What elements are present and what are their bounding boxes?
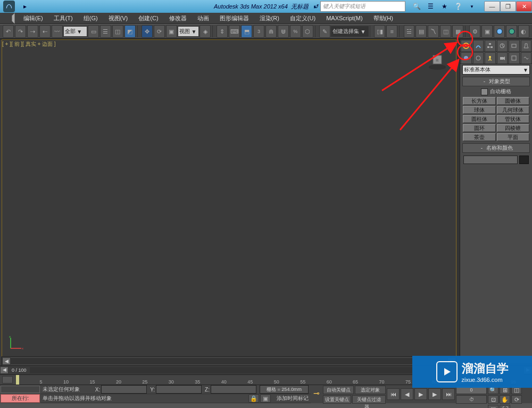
coord-z-input[interactable] — [211, 385, 256, 394]
create-pyramid-button[interactable]: 四棱锥 — [497, 124, 530, 132]
named-selection-dropdown[interactable]: 创建选择集 ▼ — [331, 26, 369, 37]
rotate-icon[interactable]: ⟳ — [154, 25, 165, 38]
sub-lights-icon[interactable] — [485, 52, 496, 64]
mirror-icon[interactable]: ▯▮ — [374, 25, 385, 38]
hscroll-track[interactable] — [11, 358, 447, 364]
menu-view[interactable]: 视图(V) — [103, 13, 134, 23]
create-tube-button[interactable]: 管状体 — [497, 115, 530, 123]
menu-maxscript[interactable]: MAXScript(M) — [321, 13, 368, 23]
sub-helpers-icon[interactable] — [509, 52, 520, 64]
maximize-button[interactable]: ❐ — [500, 1, 516, 12]
viewport-label[interactable]: [ + ][ 前 ][ 真实 + 边面 ] — [2, 40, 56, 48]
auto-key-button[interactable]: 自动关键点 — [323, 386, 354, 394]
goto-start-icon[interactable]: ⏮ — [387, 388, 400, 400]
tab-utilities-icon[interactable] — [521, 40, 532, 52]
create-box-button[interactable]: 长方体 — [463, 97, 496, 105]
qat-triangle-icon[interactable]: ▸ — [19, 1, 31, 12]
tab-hierarchy-icon[interactable] — [485, 40, 496, 52]
selection-filter-dropdown[interactable]: 全部 ▼ — [63, 26, 88, 37]
close-button[interactable]: ✕ — [516, 1, 532, 12]
menu-animation[interactable]: 动画 — [192, 13, 214, 23]
angle-snap-icon[interactable]: 3 — [253, 25, 264, 38]
object-name-input[interactable] — [463, 156, 518, 164]
render-iter-icon[interactable]: ◐ — [518, 25, 529, 38]
percent-icon[interactable]: % — [290, 25, 301, 38]
curve-editor-icon[interactable]: 〽 — [428, 25, 439, 38]
goto-end-icon[interactable]: ⏭ — [442, 388, 455, 400]
create-geosphere-button[interactable]: 几何球体 — [497, 106, 530, 114]
menu-create[interactable]: 创建(C) — [133, 13, 163, 23]
viewport-front[interactable] — [2, 39, 456, 365]
timeline-mode-icon[interactable] — [2, 376, 13, 383]
menu-group[interactable]: 组(G) — [78, 13, 103, 23]
timeline-cursor[interactable] — [16, 375, 19, 385]
viewcube-icon[interactable]: 前 — [427, 50, 448, 71]
object-color-swatch[interactable] — [519, 156, 529, 164]
timeslider-left-icon[interactable]: ◀ — [0, 366, 9, 374]
bind-space-icon[interactable]: 〰 — [52, 25, 63, 38]
create-teapot-button[interactable]: 茶壶 — [463, 133, 496, 141]
help-icon[interactable]: ❔ — [452, 1, 464, 12]
ref-coord-dropdown[interactable]: 视图 ▼ — [178, 26, 199, 37]
tab-create-icon[interactable] — [461, 40, 472, 52]
play-icon[interactable]: ▶ — [414, 388, 427, 400]
create-plane-button[interactable]: 平面 — [497, 133, 530, 141]
sub-geometry-icon[interactable] — [461, 52, 472, 64]
key-icon[interactable]: ⊸ — [312, 385, 321, 401]
menu-graph[interactable]: 图形编辑器 — [214, 13, 254, 23]
nav-pan-icon[interactable]: ✋ — [500, 395, 510, 404]
viewport-hscroll[interactable]: ◀ ▶ — [2, 356, 456, 366]
render-frame-icon[interactable]: ▣ — [481, 25, 493, 38]
minimize-button[interactable]: — — [484, 1, 500, 12]
help-search-input[interactable]: 键入关键字或短语 — [320, 1, 405, 12]
sub-cameras-icon[interactable] — [497, 52, 508, 64]
menu-tools[interactable]: 工具(T) — [48, 13, 78, 23]
undo-icon[interactable]: ↶ — [3, 25, 14, 38]
create-cone-button[interactable]: 圆锥体 — [497, 97, 530, 105]
sub-shapes-icon[interactable] — [473, 52, 484, 64]
set-key-button[interactable]: 设置关键点 — [323, 395, 351, 404]
selected-objects-button[interactable]: 选定对象 — [355, 386, 386, 394]
search-icon[interactable]: 🔍 — [410, 1, 423, 12]
category-dropdown[interactable]: 标准基本体▼ — [462, 65, 530, 75]
layers-icon[interactable]: ☱ — [404, 25, 415, 38]
pivot-icon[interactable]: ◈ — [200, 25, 211, 38]
nav-orbit-icon[interactable]: ⟳ — [511, 395, 522, 404]
percent-snap-icon[interactable]: ⋒ — [265, 25, 277, 38]
spinner-snap-icon[interactable]: ⋓ — [278, 25, 289, 38]
menu-edit[interactable]: 编辑(E) — [18, 13, 48, 23]
scale-icon[interactable]: ▣ — [166, 25, 177, 38]
select-region-icon[interactable]: ◫ — [112, 25, 123, 38]
menu-render[interactable]: 渲染(R) — [254, 13, 285, 23]
tab-motion-icon[interactable] — [497, 40, 508, 52]
render-prod-icon[interactable] — [506, 25, 517, 38]
comm-center-icon[interactable]: ☰ — [424, 1, 437, 12]
named-sel-icon[interactable]: ✎ — [319, 25, 330, 38]
align-icon[interactable]: ≡ — [386, 25, 397, 38]
rollout-name-color[interactable]: -名称和颜色 — [462, 143, 530, 153]
select-object-icon[interactable]: ▭ — [88, 25, 99, 38]
coord-y-input[interactable] — [156, 385, 202, 394]
favorites-icon[interactable]: ★ — [438, 1, 451, 12]
move-icon[interactable]: ✥ — [142, 25, 153, 38]
prev-frame-icon[interactable]: ◀ — [401, 388, 413, 400]
next-frame-icon[interactable]: ▶ — [428, 388, 441, 400]
schematic-icon[interactable]: ◫ — [440, 25, 451, 38]
menu-custom[interactable]: 自定义(U) — [285, 13, 321, 23]
script-mini-listener[interactable] — [1, 386, 40, 393]
unlink-icon[interactable]: ⇠ — [39, 25, 51, 38]
material-editor-icon[interactable]: ▦ — [452, 25, 463, 38]
add-time-tag-label[interactable]: 添加时间标记 — [277, 395, 309, 402]
time-config-icon[interactable]: ⏱ — [456, 395, 487, 404]
create-cylinder-button[interactable]: 圆柱体 — [463, 115, 496, 123]
window-crossing-icon[interactable]: ◩ — [124, 25, 136, 38]
snap-toggle-icon[interactable]: ⬒ — [241, 25, 252, 38]
redo-icon[interactable]: ↷ — [15, 25, 26, 38]
key-filters-button[interactable]: 关键点过滤器... — [352, 395, 386, 404]
tab-modify-icon[interactable] — [473, 40, 484, 52]
link-icon[interactable]: ⇢ — [27, 25, 38, 38]
menu-help[interactable]: 帮助(H) — [368, 13, 398, 23]
menu-modifier[interactable]: 修改器 — [164, 13, 192, 23]
select-name-icon[interactable]: ☰ — [100, 25, 111, 38]
abs-rel-icon[interactable]: ▣ — [260, 394, 271, 403]
